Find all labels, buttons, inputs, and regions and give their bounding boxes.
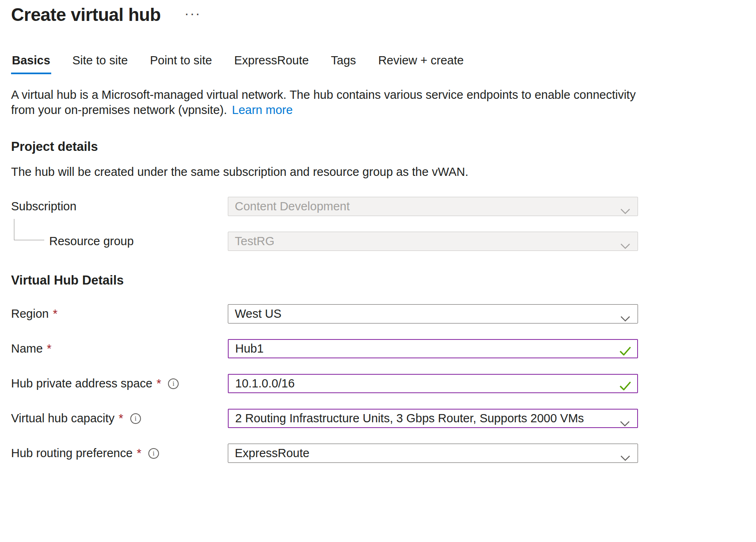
project-details-description: The hub will be created under the same s…	[11, 165, 745, 179]
chevron-down-icon	[620, 416, 630, 430]
info-icon[interactable]: i	[130, 413, 141, 424]
resource-group-row: Resource group TestRG	[11, 232, 638, 251]
chevron-down-icon	[620, 204, 630, 217]
tab-basics[interactable]: Basics	[11, 51, 51, 74]
intro-text: A virtual hub is a Microsoft-managed vir…	[11, 88, 636, 116]
tab-tags[interactable]: Tags	[330, 51, 357, 74]
region-label: Region *	[11, 307, 228, 321]
name-row: Name * Hub1	[11, 339, 638, 358]
hub-routing-preference-dropdown[interactable]: ExpressRoute	[228, 444, 638, 463]
required-asterisk: *	[47, 342, 51, 355]
hub-private-address-space-input[interactable]: 10.1.0.0/16	[228, 374, 638, 393]
chevron-down-icon	[620, 239, 630, 252]
region-dropdown[interactable]: West US	[228, 304, 638, 323]
resource-group-dropdown[interactable]: TestRG	[228, 232, 638, 251]
required-asterisk: *	[53, 307, 57, 321]
tab-expressroute[interactable]: ExpressRoute	[233, 51, 309, 74]
subscription-row: Subscription Content Development	[11, 197, 638, 216]
project-details-form: Subscription Content Development Resourc…	[11, 197, 638, 251]
intro-paragraph: A virtual hub is a Microsoft-managed vir…	[11, 87, 640, 118]
name-label: Name *	[11, 342, 228, 355]
virtual-hub-capacity-row: Virtual hub capacity * i 2 Routing Infra…	[11, 409, 638, 428]
hub-private-address-space-row: Hub private address space * i 10.1.0.0/1…	[11, 374, 638, 393]
tab-review-create[interactable]: Review + create	[377, 51, 465, 74]
hub-routing-preference-label: Hub routing preference * i	[11, 446, 228, 460]
hub-private-address-space-label: Hub private address space * i	[11, 377, 228, 390]
learn-more-link[interactable]: Learn more	[232, 103, 293, 116]
create-virtual-hub-page: Create virtual hub ··· Basics Site to si…	[0, 0, 756, 463]
checkmark-icon	[619, 380, 631, 393]
name-value: Hub1	[235, 342, 263, 355]
virtual-hub-capacity-label: Virtual hub capacity * i	[11, 412, 228, 425]
virtual-hub-capacity-value: 2 Routing Infrastructure Units, 3 Gbps R…	[235, 412, 584, 425]
virtual-hub-details-form: Region * West US Name * Hub1	[11, 304, 638, 463]
hub-routing-preference-value: ExpressRoute	[235, 446, 309, 460]
subscription-label: Subscription	[11, 200, 228, 213]
checkmark-icon	[619, 345, 631, 358]
resource-group-value: TestRG	[235, 235, 275, 248]
required-asterisk: *	[119, 412, 123, 425]
title-row: Create virtual hub ···	[11, 4, 745, 26]
page-title: Create virtual hub	[11, 4, 161, 26]
tree-connector	[14, 219, 44, 240]
subscription-dropdown[interactable]: Content Development	[228, 197, 638, 216]
info-icon[interactable]: i	[148, 448, 159, 459]
tab-site-to-site[interactable]: Site to site	[72, 51, 129, 74]
virtual-hub-capacity-dropdown[interactable]: 2 Routing Infrastructure Units, 3 Gbps R…	[228, 409, 638, 428]
region-value: West US	[235, 307, 282, 321]
tab-bar: Basics Site to site Point to site Expres…	[11, 51, 745, 74]
subscription-value: Content Development	[235, 200, 350, 213]
tab-point-to-site[interactable]: Point to site	[149, 51, 213, 74]
region-row: Region * West US	[11, 304, 638, 323]
info-icon[interactable]: i	[168, 378, 179, 389]
hub-routing-preference-row: Hub routing preference * i ExpressRoute	[11, 444, 638, 463]
required-asterisk: *	[137, 446, 141, 460]
required-asterisk: *	[157, 377, 161, 390]
chevron-down-icon	[620, 311, 630, 325]
chevron-down-icon	[620, 451, 630, 464]
more-options-icon[interactable]: ···	[184, 5, 201, 22]
project-details-heading: Project details	[11, 139, 745, 154]
virtual-hub-details-heading: Virtual Hub Details	[11, 273, 745, 288]
hub-private-address-space-value: 10.1.0.0/16	[235, 377, 295, 390]
name-input[interactable]: Hub1	[228, 339, 638, 358]
